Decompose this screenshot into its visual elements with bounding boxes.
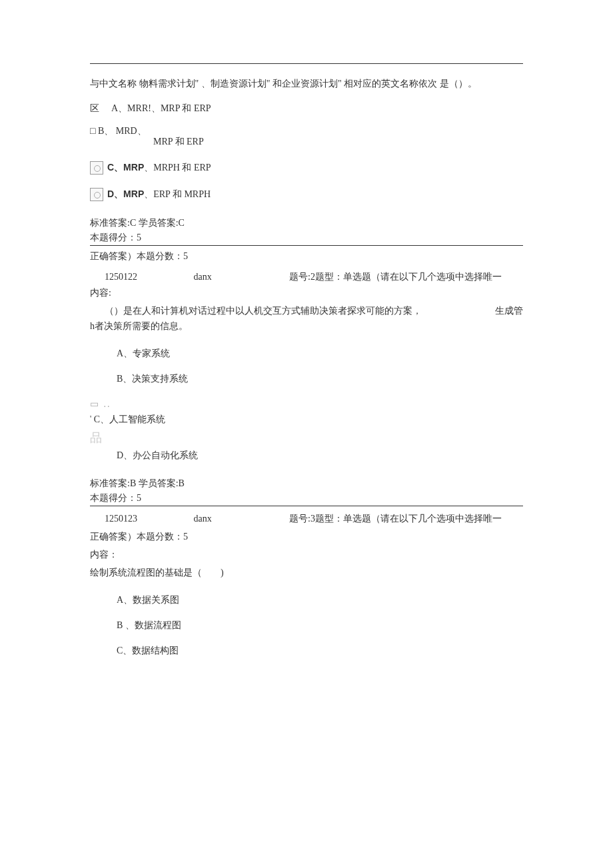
q1-answer: 标准答案:C 学员答案:C (90, 217, 523, 229)
q2-stem: （）是在人和计算机对话过程中以人机交互方式辅助决策者探求可能的方案， 生成管 h… (90, 303, 523, 335)
q1-score: 本题得分：5 (90, 232, 523, 244)
q1-option-c-label: C、MRP (107, 162, 144, 174)
document-page: 与中文名称 物料需求计划" 、制造资源计划" 和企业资源计划" 相对应的英文名称… (0, 0, 613, 868)
radio-icon (90, 188, 103, 201)
q3-code: 1250123 (105, 514, 191, 524)
q2-score: 本题得分：5 (90, 492, 523, 504)
box-glyph: 品 (90, 430, 523, 446)
q2-header: 题号:2题型：单选题（请在以下几个选项中选择唯一 (289, 272, 502, 282)
q2-stem-1: （）是在人和计算机对话过程中以人机交互方式辅助决策者探求可能的方案， (105, 306, 422, 316)
checkbox-marker: □ (90, 126, 95, 136)
q2-content-label: 内容: (90, 287, 523, 299)
q1-stem: 与中文名称 物料需求计划" 、制造资源计划" 和企业资源计划" 相对应的英文名称… (90, 76, 523, 92)
divider (90, 245, 523, 246)
q2-option-c-text: C、人工智能系统 (94, 414, 165, 424)
q3-option-c: C、数据结构图 (117, 645, 523, 657)
question-2: 1250122 danx 题号:2题型：单选题（请在以下几个选项中选择唯一 内容… (90, 271, 523, 507)
question-3: 1250123 danx 题号:3题型：单选题（请在以下几个选项中选择唯一 正确… (90, 513, 523, 657)
q1-option-a-text: A、MRR!、MRP 和 ERP (111, 103, 211, 115)
q3-content-label: 内容： (90, 549, 523, 561)
q1-option-d-rest: 、ERP 和 MRPH (144, 189, 211, 201)
quote-mark: ' (90, 414, 91, 423)
q3-header: 题号:3题型：单选题（请在以下几个选项中选择唯一 (289, 514, 502, 524)
q2-meta: 1250122 danx 题号:2题型：单选题（请在以下几个选项中选择唯一 (90, 271, 523, 283)
q2-stem-2: h者决策所需要的信息。 (90, 321, 188, 331)
radio-icon (90, 161, 103, 175)
divider (90, 506, 523, 506)
q2-option-a: A、专家系统 (117, 348, 523, 360)
q1-option-b-line1: B、 MRD、 (98, 126, 147, 136)
q2-type: danx (194, 272, 247, 282)
q2-stem-right: 生成管 (495, 303, 523, 319)
artifact-glyphs: ▭ .. (90, 398, 523, 410)
top-rule (90, 63, 523, 64)
q1-option-d: D、MRP 、ERP 和 MRPH (90, 188, 523, 201)
q1-option-d-label: D、MRP (107, 189, 144, 201)
q3-stem: 绘制系统流程图的基础是（ ) (90, 565, 523, 581)
q2-option-b: B、决策支持系统 (117, 373, 523, 385)
q3-meta: 1250123 danx 题号:3题型：单选题（请在以下几个选项中选择唯一 (90, 513, 523, 525)
q1-option-b: □ B、 MRD、 MRP 和 ERP (90, 125, 523, 148)
q2-option-d: D、办公自动化系统 (117, 450, 523, 462)
q1-option-a: 区 A、MRR!、MRP 和 ERP (90, 103, 523, 115)
q3-option-b: B 、数据流程图 (117, 620, 523, 632)
q2-option-c: ' C、人工智能系统 (90, 414, 523, 426)
q2-answer: 标准答案:B 学员答案:B (90, 478, 523, 490)
q3-option-a: A、数据关系图 (117, 594, 523, 606)
q1-option-c-rest: 、MRPH 和 ERP (144, 162, 211, 174)
checkbox-marker: 区 (90, 103, 106, 115)
q1-correct-score: 正确答案）本题分数：5 (90, 248, 523, 264)
q3-type: danx (194, 514, 247, 524)
q1-option-c: C、MRP 、MRPH 和 ERP (90, 161, 523, 175)
q3-correct-score: 正确答案）本题分数：5 (90, 529, 523, 545)
q2-code: 1250122 (105, 272, 191, 282)
question-1: 与中文名称 物料需求计划" 、制造资源计划" 和企业资源计划" 相对应的英文名称… (90, 76, 523, 264)
q1-option-b-line2: MRP 和 ERP (153, 137, 204, 147)
